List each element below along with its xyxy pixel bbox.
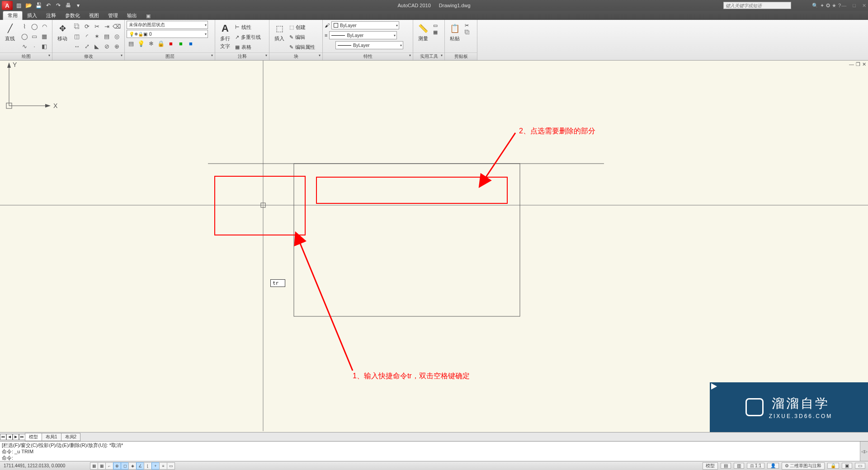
fillet-icon[interactable]: ◜ <box>82 32 91 41</box>
explode-icon[interactable]: ✶ <box>92 32 101 41</box>
workspace-switch[interactable]: ⚙ 二维草图与注释 <box>782 462 825 470</box>
circle-icon[interactable]: ◯ <box>30 22 39 31</box>
anno-scale[interactable]: ⚖ 1:1 <box>747 463 764 469</box>
insert-block-button[interactable]: ⬚ 插入 <box>271 21 288 42</box>
layer-iso-icon[interactable]: ■ <box>176 39 185 48</box>
tab-output[interactable]: 输出 <box>123 11 142 20</box>
layout-next-icon[interactable]: ▶ <box>13 434 19 440</box>
expand-icon[interactable]: ▾ <box>319 53 321 57</box>
ellipse-icon[interactable]: ◯ <box>20 32 29 41</box>
offset-icon[interactable]: ◎ <box>112 32 121 41</box>
osnap-toggle[interactable]: ◻ <box>121 462 129 470</box>
layer-on-icon[interactable]: 💡 <box>137 39 146 48</box>
lineweight-combo[interactable]: ByLayer <box>329 31 397 39</box>
matchprop-icon[interactable]: 🖌 <box>325 23 330 28</box>
cut-icon[interactable]: ✂ <box>465 23 470 28</box>
expand-icon[interactable]: ▾ <box>48 53 50 57</box>
layer-match-icon[interactable]: ■ <box>186 39 195 48</box>
polar-toggle[interactable]: ⊕ <box>113 462 121 470</box>
copy-icon[interactable]: ⿻ <box>72 22 81 31</box>
model-paper-toggle[interactable]: 模型 <box>703 462 718 470</box>
tab-manage[interactable]: 管理 <box>104 11 123 20</box>
join-icon[interactable]: ⊕ <box>112 42 121 51</box>
open-icon[interactable]: 📂 <box>24 1 33 9</box>
layer-state-combo[interactable]: 未保存的图层状态 <box>127 21 208 29</box>
quickview-drawings-icon[interactable]: ▥ <box>734 463 744 469</box>
mtext-button[interactable]: A 多行 文字 <box>217 21 233 50</box>
point-icon[interactable]: · <box>30 42 39 51</box>
rectangle-icon[interactable]: ▭ <box>30 32 39 41</box>
tab-parametric[interactable]: 参数化 <box>61 11 85 20</box>
otrack-toggle[interactable]: ∠ <box>136 462 144 470</box>
tab-annotate[interactable]: 注释 <box>42 11 61 20</box>
qcalc-icon[interactable]: ▦ <box>433 29 438 35</box>
hardware-accel-icon[interactable]: ▣ <box>842 463 852 469</box>
tab-home[interactable]: 常用 <box>3 11 23 20</box>
copy-clip-icon[interactable]: ⿻ <box>465 29 470 35</box>
dim-linear-button[interactable]: ⊢线性 <box>235 23 261 32</box>
layer-props-icon[interactable]: ▤ <box>127 39 136 48</box>
app-menu-button[interactable]: A <box>2 1 13 10</box>
dyn-toggle[interactable]: + <box>151 462 160 470</box>
color-combo[interactable]: ByLayer <box>331 21 399 29</box>
layer-color-icon[interactable]: ■ <box>166 39 175 48</box>
line-button[interactable]: ╱ 直线 <box>2 21 18 42</box>
tab-layout2[interactable]: 布局2 <box>61 433 81 441</box>
maximize-button[interactable]: □ <box>853 3 856 9</box>
search-icon[interactable]: 🔍 <box>812 3 818 9</box>
expand-icon[interactable]: ▾ <box>211 53 213 57</box>
spline-icon[interactable]: ∿ <box>20 42 29 51</box>
chamfer-icon[interactable]: ◣ <box>92 42 101 51</box>
layer-current-combo[interactable]: 💡❄🔒▣ 0 <box>127 30 208 38</box>
undo-icon[interactable]: ↶ <box>44 1 52 9</box>
cmd-scroll-handle[interactable]: ◁▷ <box>860 442 868 461</box>
ducs-toggle[interactable]: ⌊ <box>144 462 152 470</box>
measure-button[interactable]: 📏 测量 <box>415 21 431 42</box>
paste-button[interactable]: 📋 粘贴 <box>447 21 463 42</box>
layout-prev-icon[interactable]: ◀ <box>6 434 13 440</box>
layout-first-icon[interactable]: ⏮ <box>0 434 6 440</box>
layer-lock-icon[interactable]: 🔒 <box>156 39 165 48</box>
trim-icon[interactable]: ✂ <box>92 22 101 31</box>
expand-icon[interactable]: ▾ <box>121 53 123 57</box>
expand-icon[interactable]: ▾ <box>265 53 267 57</box>
qat-dropdown-icon[interactable]: ▾ <box>74 1 82 9</box>
block-edit-button[interactable]: ✎编辑 <box>289 33 315 42</box>
anno-visibility-icon[interactable]: 👤 <box>767 463 779 469</box>
new-icon[interactable]: ▥ <box>14 1 23 9</box>
tab-expand-icon[interactable]: ▣ <box>142 12 155 20</box>
print-icon[interactable]: 🖶 <box>64 1 72 9</box>
grid-toggle[interactable]: ▦ <box>98 462 106 470</box>
clean-screen-icon[interactable]: ▭ <box>855 463 865 469</box>
block-create-button[interactable]: ⬚创建 <box>289 23 315 32</box>
tab-view[interactable]: 视图 <box>85 11 104 20</box>
qp-toggle[interactable]: ▭ <box>167 462 175 470</box>
lwt-toggle[interactable]: ≡ <box>159 462 167 470</box>
polyline-icon[interactable]: ⌇ <box>20 22 29 31</box>
3dosnap-toggle[interactable]: ◈ <box>128 462 137 470</box>
tab-layout1[interactable]: 布局1 <box>42 433 61 441</box>
break-icon[interactable]: ⊘ <box>102 42 111 51</box>
extend-icon[interactable]: ⇥ <box>102 22 111 31</box>
save-icon[interactable]: 💾 <box>34 1 42 9</box>
list-icon[interactable]: ≡ <box>325 33 327 38</box>
select-icon[interactable]: ▭ <box>433 23 438 28</box>
mleader-button[interactable]: ↗多重引线 <box>235 33 261 42</box>
erase-icon[interactable]: ⌫ <box>112 22 121 31</box>
drawing-area[interactable]: — ❐ ✕ tr 2、点选需要删除的部分 1、输入快捷命令tr，双击空格键确定 … <box>0 61 868 432</box>
mirror-icon[interactable]: ◫ <box>72 32 81 41</box>
layer-freeze-icon[interactable]: ❄ <box>146 39 156 48</box>
linetype-combo[interactable]: ByLayer <box>335 41 403 49</box>
quickview-layouts-icon[interactable]: ▤ <box>721 463 731 469</box>
block-attr-button[interactable]: ✎编辑属性 <box>289 42 315 52</box>
array-icon[interactable]: ▤ <box>102 32 111 41</box>
cmd-prompt[interactable]: 命令: <box>2 455 866 461</box>
subscription-icon[interactable]: ✪ <box>826 3 830 9</box>
favorites-icon[interactable]: ★ <box>832 3 836 9</box>
move-button[interactable]: ✥ 移动 <box>54 21 71 42</box>
tab-model[interactable]: 模型 <box>25 433 42 441</box>
region-icon[interactable]: ◧ <box>40 42 49 51</box>
hatch-icon[interactable]: ▦ <box>40 32 49 41</box>
help-icon[interactable]: ? <box>838 3 841 9</box>
redo-icon[interactable]: ↷ <box>54 1 62 9</box>
